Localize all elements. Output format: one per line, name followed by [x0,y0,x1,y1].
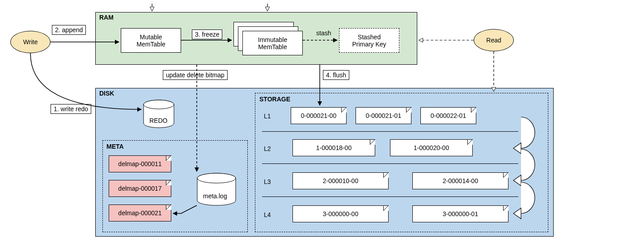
mutable-memtable: Mutable MemTable [121,28,181,53]
edge-label-write-redo: 1. write redo [51,104,91,114]
read-node: Read [474,29,514,51]
l3-divider [262,196,518,197]
storage-title: STORAGE [259,96,290,103]
write-node: Write [10,31,51,53]
edge-label-update-delete-bitmap: update delete bitmap [163,70,228,80]
l4-file-1: 3-000000-01 [412,205,508,222]
svg-point-3 [197,173,236,183]
level-l3: L3 [264,178,271,185]
svg-point-1 [144,100,174,109]
l1-file-1: 0-000021-01 [356,107,411,124]
l4-file-0: 3-000000-00 [292,205,389,222]
delmap-file-0-label: delmap-000011 [118,160,161,167]
delmap-file-1: delmap-000017 [109,180,171,197]
l3-file-1: 2-000014-00 [412,172,508,189]
l1-file-2: 0-000022-01 [420,107,476,124]
stashed-primary-key: Stashed Primary Key [339,28,399,53]
level-l2: L2 [264,145,271,152]
delmap-file-2: delmap-000021 [109,205,171,221]
delmap-file-0: delmap-000011 [109,155,171,172]
level-l4: L4 [264,211,271,218]
edge-label-freeze: 3. freeze [192,29,222,39]
metalog-label: meta.log [203,192,227,200]
level-l1: L1 [264,113,271,120]
delmap-file-1-label: delmap-000017 [118,185,161,192]
l2-file-1: 1-000020-00 [390,139,473,156]
delmap-file-2-label: delmap-000021 [118,209,161,217]
edge-label-append: 2. append [52,25,86,35]
edge-label-stash: stash [316,29,331,37]
immutable-memtable: Immutable MemTable [242,31,303,55]
l1-file-0: 0-000021-00 [291,107,347,124]
disk-title: DISK [99,90,114,97]
l2-divider [262,163,518,164]
write-label: Write [23,38,38,46]
l1-divider [262,131,518,132]
redo-label: REDO [149,117,167,124]
metalog-cylinder [197,173,236,206]
read-label: Read [486,37,501,44]
l3-file-0: 2-000010-00 [292,172,389,189]
edge-label-flush: 4. flush [323,70,349,80]
diagram-canvas: RAM DISK META STORAGE Write Read Mutable… [0,0,644,238]
l2-file-0: 1-000018-00 [292,139,375,156]
meta-title: META [106,143,124,150]
ram-title: RAM [99,14,114,21]
